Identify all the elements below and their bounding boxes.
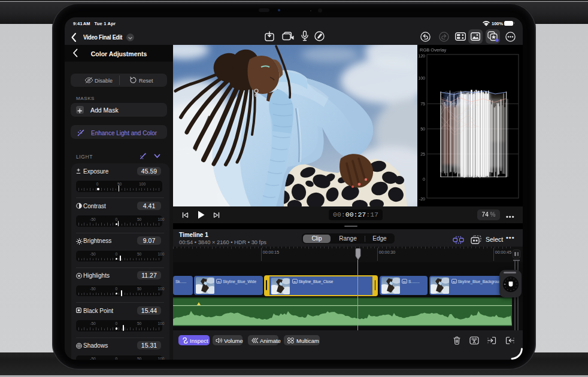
svg-text:75: 75 <box>420 102 425 106</box>
svg-text:25: 25 <box>420 152 425 156</box>
svg-text:120: 120 <box>418 54 425 58</box>
svg-text:0: 0 <box>423 177 425 181</box>
svg-text:100: 100 <box>418 76 425 80</box>
svg-text:RGB Overlay: RGB Overlay <box>420 47 446 53</box>
svg-text:50: 50 <box>420 127 425 131</box>
svg-text:-20: -20 <box>419 197 425 201</box>
